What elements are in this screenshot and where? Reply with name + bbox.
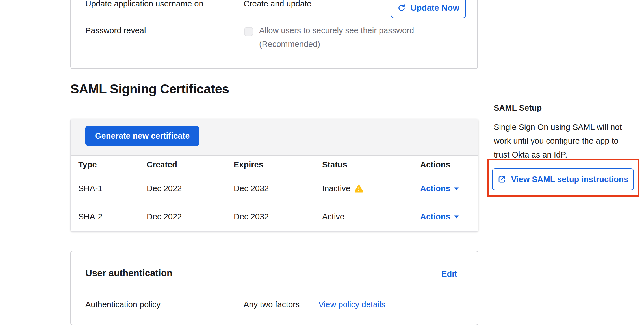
certificate-row-sha2: SHA-2 Dec 2022 Dec 2032 Active Actions [71,202,478,231]
certificate-actions-dropdown[interactable]: Actions [420,212,459,221]
password-reveal-checkbox[interactable] [244,27,253,36]
column-header-actions: Actions [420,160,450,169]
update-now-button[interactable]: Update Now [391,0,466,18]
user-authentication-card: User authentication Edit Authentication … [70,251,478,325]
actions-label: Actions [420,184,450,193]
update-username-label: Update application username on [85,0,203,8]
certificate-actions-dropdown[interactable]: Actions [420,184,459,193]
caret-down-icon [454,216,459,219]
generate-new-certificate-button[interactable]: Generate new certificate [85,126,199,146]
view-saml-setup-instructions-label: View SAML setup instructions [511,175,628,184]
saml-signing-certificates-heading: SAML Signing Certificates [70,81,229,97]
app-settings-page: Update application username on Create an… [0,0,644,327]
authentication-policy-value: Any two factors [244,300,300,309]
column-header-expires: Expires [234,160,263,169]
actions-label: Actions [420,212,450,221]
caret-down-icon [454,187,459,190]
certificate-expires: Dec 2032 [234,184,269,193]
saml-setup-description: trust Okta as an IdP. [494,150,567,160]
update-now-label: Update Now [410,3,459,13]
password-reveal-label: Password reveal [85,26,146,35]
certificate-type: SHA-2 [78,212,102,221]
saml-setup-description: Single Sign On using SAML will not [494,122,622,132]
certificate-type: SHA-1 [78,184,102,193]
view-saml-setup-instructions-button[interactable]: View SAML setup instructions [492,168,634,190]
certificates-card: Generate new certificate Type Created Ex… [70,119,478,232]
saml-setup-heading: SAML Setup [494,103,542,113]
warning-icon [354,184,363,193]
edit-link[interactable]: Edit [441,269,457,279]
certificate-created: Dec 2022 [147,184,182,193]
status-text: Inactive [322,184,350,193]
column-header-created: Created [147,160,177,169]
sign-on-settings-card: Update application username on Create an… [70,0,478,69]
certificate-expires: Dec 2032 [234,212,269,221]
column-header-status: Status [322,160,347,169]
password-reveal-checkbox-label: Allow users to securely see their passwo… [259,26,414,35]
password-reveal-recommended-label: (Recommended) [259,39,320,49]
certificates-toolbar: Generate new certificate [71,119,478,156]
refresh-icon [397,4,406,12]
certificate-row-sha1: SHA-1 Dec 2022 Dec 2032 Inactive Actions [71,174,478,202]
external-link-icon [498,175,506,184]
column-header-type: Type [78,160,97,169]
user-authentication-heading: User authentication [85,268,172,278]
certificate-status: Active [322,212,344,221]
authentication-policy-label: Authentication policy [85,300,161,309]
view-policy-details-link[interactable]: View policy details [318,300,385,309]
certificate-created: Dec 2022 [147,212,182,221]
certificates-table-header-row: Type Created Expires Status Actions [71,156,478,174]
update-username-value: Create and update [244,0,311,8]
saml-setup-description: work until you configure the app to [494,136,619,146]
certificate-status: Inactive [322,184,363,193]
